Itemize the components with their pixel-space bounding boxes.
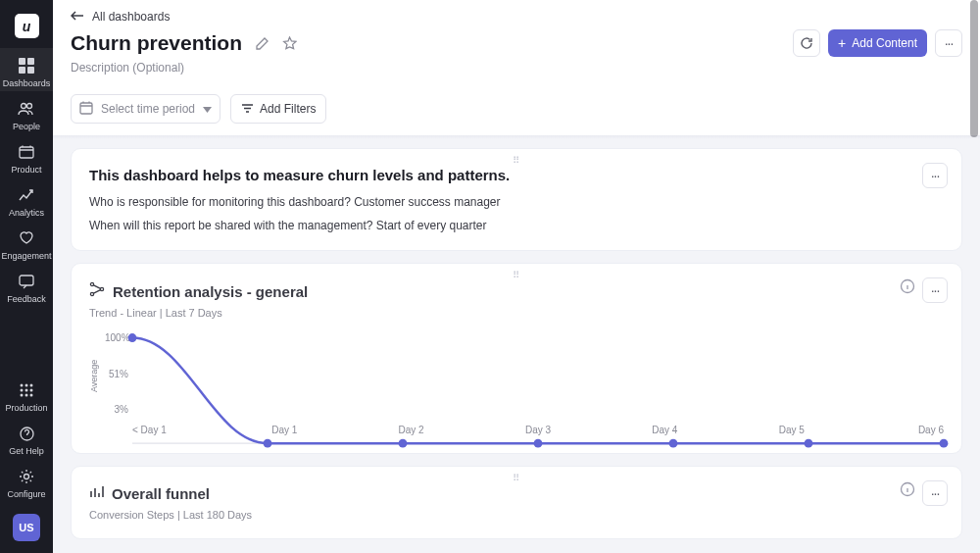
sidebar-item-label: Feedback — [0, 294, 53, 304]
svg-point-12 — [25, 389, 28, 392]
sidebar-item-engagement[interactable]: Engagement — [0, 221, 53, 264]
people-icon — [16, 98, 37, 120]
funnel-card: ⠿ ··· Overall funnel Conversion Steps | … — [71, 466, 962, 539]
grid-icon — [16, 55, 37, 76]
gear-icon — [16, 466, 37, 487]
analytics-icon — [16, 184, 37, 206]
svg-point-27 — [399, 439, 408, 448]
add-content-button[interactable]: + Add Content — [828, 29, 927, 57]
chart-y-axis-label: Average — [89, 332, 103, 419]
svg-point-5 — [27, 104, 32, 109]
sidebar-item-label: Dashboards — [0, 78, 53, 88]
plus-icon: + — [838, 36, 846, 50]
breadcrumb-label: All dashboards — [92, 10, 170, 24]
svg-point-22 — [90, 292, 93, 295]
sidebar-item-label: Production — [0, 403, 53, 413]
retention-sub: Trend - Linear | Last 7 Days — [89, 307, 944, 319]
info-icon[interactable] — [899, 277, 916, 295]
ellipsis-icon: ··· — [945, 40, 954, 46]
svg-rect-19 — [80, 103, 92, 114]
svg-point-4 — [22, 104, 26, 109]
chevron-down-icon — [203, 102, 212, 116]
svg-point-14 — [21, 394, 24, 397]
sidebar-item-analytics[interactable]: Analytics — [0, 177, 53, 221]
app-logo[interactable]: u — [15, 14, 39, 38]
calendar-icon — [79, 101, 93, 118]
page-title: Churn prevention — [71, 31, 242, 55]
favorite-button[interactable] — [281, 35, 297, 51]
ellipsis-icon: ··· — [931, 490, 940, 496]
ellipsis-icon: ··· — [931, 173, 940, 178]
y-tick: 51% — [105, 369, 128, 379]
sidebar-item-configure[interactable]: Configure — [0, 459, 53, 502]
drag-handle[interactable]: ⠿ — [513, 155, 521, 166]
feedback-icon — [16, 271, 37, 292]
sidebar-item-feedback[interactable]: Feedback — [0, 264, 53, 307]
card-overflow-button[interactable]: ··· — [922, 163, 948, 188]
retention-title: Retention analysis - general — [113, 283, 308, 300]
drag-handle[interactable]: ⠿ — [513, 270, 521, 280]
filter-icon — [241, 102, 254, 117]
funnel-sub: Conversion Steps | Last 180 Days — [89, 509, 944, 521]
retention-chart: Average 100% 51% 3% — [89, 332, 944, 419]
chart-y-axis-ticks: 100% 51% 3% — [105, 332, 132, 415]
scrollbar[interactable] — [970, 0, 978, 553]
card-overflow-button[interactable]: ··· — [922, 277, 948, 303]
svg-point-29 — [669, 439, 678, 448]
sidebar-item-production[interactable]: Production — [0, 373, 53, 416]
svg-rect-3 — [27, 67, 34, 74]
funnel-title: Overall funnel — [112, 485, 210, 502]
arrow-left-icon — [71, 10, 84, 24]
sidebar: u Dashboards People Product Analytics En… — [0, 0, 53, 553]
add-content-label: Add Content — [852, 36, 917, 50]
help-icon — [16, 423, 37, 444]
chart-plot — [132, 332, 944, 419]
svg-point-16 — [30, 394, 33, 397]
funnel-icon — [89, 484, 104, 503]
drag-handle[interactable]: ⠿ — [513, 473, 521, 483]
svg-point-25 — [128, 333, 137, 342]
main: All dashboards Churn prevention + Add Co… — [53, 0, 980, 553]
sidebar-item-label: Get Help — [0, 446, 53, 456]
time-period-placeholder: Select time period — [101, 102, 195, 116]
svg-point-30 — [805, 439, 813, 448]
svg-point-28 — [534, 439, 543, 448]
intro-line-1: Who is responsible for monitoring this d… — [89, 195, 944, 209]
sidebar-item-label: People — [0, 122, 53, 131]
edit-title-button[interactable] — [254, 35, 270, 51]
svg-rect-7 — [20, 276, 33, 285]
sidebar-item-label: Engagement — [0, 251, 53, 261]
dashboard-overflow-button[interactable]: ··· — [935, 29, 962, 57]
add-filters-label: Add Filters — [260, 102, 316, 116]
retention-card: ⠿ ··· Retention analysis - general Trend… — [71, 263, 962, 454]
sidebar-item-label: Configure — [0, 489, 53, 499]
svg-point-15 — [25, 394, 28, 397]
scrollbar-thumb[interactable] — [970, 0, 978, 137]
product-icon — [16, 141, 37, 163]
intro-heading: This dashboard helps to measure churn le… — [89, 167, 944, 183]
y-tick: 100% — [105, 332, 128, 343]
sidebar-item-people[interactable]: People — [0, 91, 53, 134]
engagement-icon — [16, 227, 37, 249]
sidebar-item-label: Product — [0, 165, 53, 175]
svg-point-10 — [30, 384, 33, 387]
add-filters-button[interactable]: Add Filters — [230, 94, 326, 124]
avatar[interactable]: US — [13, 514, 40, 541]
header: All dashboards Churn prevention + Add Co… — [53, 0, 980, 86]
back-to-dashboards[interactable]: All dashboards — [71, 10, 962, 24]
card-overflow-button[interactable]: ··· — [922, 480, 948, 506]
filter-bar: Select time period Add Filters — [53, 86, 980, 136]
intro-card: ⠿ ··· This dashboard helps to measure ch… — [71, 148, 962, 251]
y-tick: 3% — [105, 404, 128, 415]
refresh-button[interactable] — [793, 29, 820, 57]
svg-rect-2 — [19, 67, 25, 74]
info-icon[interactable] — [899, 480, 916, 498]
sidebar-item-dashboards[interactable]: Dashboards — [0, 48, 53, 91]
svg-rect-1 — [27, 58, 34, 65]
time-period-select[interactable]: Select time period — [71, 94, 220, 124]
sidebar-item-label: Analytics — [0, 208, 53, 218]
svg-point-26 — [264, 439, 272, 448]
sidebar-item-help[interactable]: Get Help — [0, 416, 53, 459]
sidebar-item-product[interactable]: Product — [0, 134, 53, 177]
description-placeholder[interactable]: Description (Optional) — [71, 61, 962, 75]
